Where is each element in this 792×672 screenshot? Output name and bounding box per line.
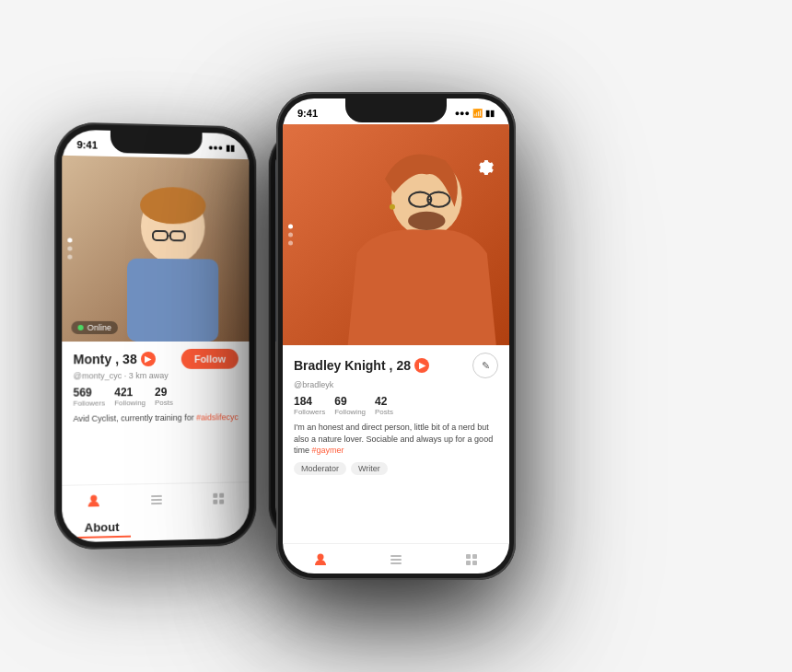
- svg-point-22: [318, 554, 324, 561]
- settings-icon-center[interactable]: [474, 156, 498, 180]
- bio-tag-center[interactable]: #gaymer: [312, 446, 344, 455]
- tags-row-center: Moderator Writer: [294, 462, 498, 475]
- phone-left-screen: 9:41 ●●● ▮▮: [62, 130, 249, 543]
- profile-photo-center: [283, 124, 509, 345]
- svg-point-7: [90, 495, 97, 502]
- nav-list-center[interactable]: [386, 550, 406, 570]
- svg-rect-13: [213, 500, 217, 504]
- battery-left: ▮▮: [226, 144, 235, 153]
- svg-rect-2: [127, 259, 218, 342]
- battery-center: ▮▮: [485, 109, 495, 118]
- person-svg-left: [62, 156, 249, 342]
- svg-point-18: [390, 204, 395, 210]
- dot-1: [67, 238, 72, 242]
- svg-rect-11: [213, 493, 217, 498]
- svg-rect-27: [472, 554, 477, 559]
- following-count-center: 69: [334, 395, 346, 408]
- dot-3: [67, 255, 72, 260]
- profile-photo-left: Online: [62, 156, 249, 342]
- screen-content-left: 9:41 ●●● ▮▮: [62, 130, 249, 543]
- bottom-nav-center: [283, 543, 509, 574]
- posts-label-center: Posts: [375, 408, 393, 416]
- notch-center: [345, 98, 447, 122]
- status-icons-center: ●●● 📶 ▮▮: [455, 109, 495, 118]
- edit-button-center[interactable]: ✎: [472, 353, 498, 378]
- screen-content-center: 9:41 ●●● 📶 ▮▮: [283, 98, 509, 574]
- stat-following-center: 69 Following: [334, 395, 366, 416]
- arrow-icon-left[interactable]: ▶: [141, 352, 156, 366]
- name-age-center: Bradley Knight, 28 ▶: [294, 358, 429, 373]
- stat-posts-left: 29 Posts: [155, 386, 173, 407]
- followers-count-left: 569: [73, 386, 91, 399]
- online-badge-left: Online: [71, 321, 118, 334]
- follow-button-left[interactable]: Follow: [181, 349, 239, 369]
- svg-rect-12: [219, 493, 224, 498]
- nav-profile-left[interactable]: [84, 491, 104, 512]
- nav-grid-left[interactable]: [208, 489, 228, 509]
- name-row-center: Bradley Knight, 28 ▶ ✎: [294, 353, 498, 378]
- svg-rect-10: [151, 503, 162, 504]
- stat-followers-center: 184 Followers: [294, 395, 325, 416]
- arrow-icon-center[interactable]: ▶: [414, 358, 429, 373]
- svg-point-17: [408, 212, 445, 230]
- name-center: Bradley Knight: [294, 358, 386, 373]
- time-left: 9:41: [77, 139, 98, 151]
- notch-left: [111, 131, 203, 155]
- svg-rect-25: [390, 562, 402, 564]
- online-indicator-left: [78, 325, 84, 330]
- age-center: 28: [396, 358, 411, 373]
- svg-rect-14: [219, 500, 224, 504]
- stat-posts-center: 42 Posts: [375, 395, 393, 416]
- posts-count-center: 42: [375, 395, 387, 408]
- nav-list-left[interactable]: [146, 490, 167, 510]
- handle-left: @monty_cyc · 3 km away: [73, 371, 238, 381]
- svg-rect-26: [466, 554, 471, 559]
- phone-left: 9:41 ●●● ▮▮: [54, 122, 256, 550]
- signal-left: ●●●: [208, 143, 223, 152]
- name-age-left: Monty, 38 ▶: [73, 352, 155, 366]
- stat-following-left: 421 Following: [114, 386, 146, 407]
- tag-writer: Writer: [351, 462, 388, 475]
- section-label-left: About: [73, 516, 130, 539]
- stat-followers-left: 569 Followers: [73, 386, 105, 407]
- bottom-nav-left: [62, 481, 249, 516]
- svg-rect-28: [466, 561, 471, 565]
- age-left: 38: [122, 352, 137, 366]
- following-label-left: Following: [114, 399, 146, 407]
- stats-row-left: 569 Followers 421 Following 29 Posts: [73, 385, 238, 407]
- wifi-center: 📶: [472, 109, 483, 118]
- nav-profile-center[interactable]: [310, 550, 331, 570]
- nav-grid-center[interactable]: [461, 550, 482, 570]
- profile-info-left: Monty, 38 ▶ Follow @monty_cyc · 3 km awa…: [62, 342, 249, 485]
- svg-rect-9: [151, 499, 162, 501]
- tag-moderator: Moderator: [294, 462, 346, 475]
- svg-rect-24: [390, 559, 402, 561]
- following-count-left: 421: [114, 386, 133, 399]
- followers-count-center: 184: [294, 395, 312, 408]
- bio-tag-left[interactable]: #aidslifecyc: [196, 412, 239, 422]
- svg-rect-8: [151, 495, 162, 497]
- stats-row-center: 184 Followers 69 Following 42 Posts: [294, 395, 498, 416]
- posts-label-left: Posts: [155, 399, 173, 407]
- phones-container: 9:41 ●●● ▮▮: [28, 14, 764, 658]
- phone-center: 9:41 ●●● 📶 ▮▮: [276, 92, 516, 580]
- dot-c-3: [288, 241, 293, 246]
- slide-dots-left: [67, 238, 72, 259]
- followers-label-center: Followers: [294, 408, 325, 416]
- bio-text-left: Avid Cyclist, currently training for: [73, 413, 196, 423]
- svg-rect-23: [390, 555, 402, 557]
- posts-count-left: 29: [155, 386, 167, 399]
- online-text-left: Online: [87, 323, 111, 332]
- section-area-left: About: [62, 512, 249, 543]
- following-label-center: Following: [334, 408, 366, 416]
- dot-2: [67, 246, 72, 250]
- bio-center: I'm an honest and direct person, little …: [294, 422, 498, 457]
- name-row-left: Monty, 38 ▶ Follow: [73, 349, 238, 369]
- name-left: Monty: [73, 352, 111, 366]
- followers-label-left: Followers: [73, 399, 105, 407]
- dot-c-1: [288, 225, 293, 229]
- phone-center-screen: 9:41 ●●● 📶 ▮▮: [283, 98, 509, 574]
- profile-info-center: Bradley Knight, 28 ▶ ✎ @bradleyk 184 Fol…: [283, 345, 509, 543]
- slide-dots-center: [288, 225, 293, 246]
- signal-center: ●●●: [455, 109, 470, 118]
